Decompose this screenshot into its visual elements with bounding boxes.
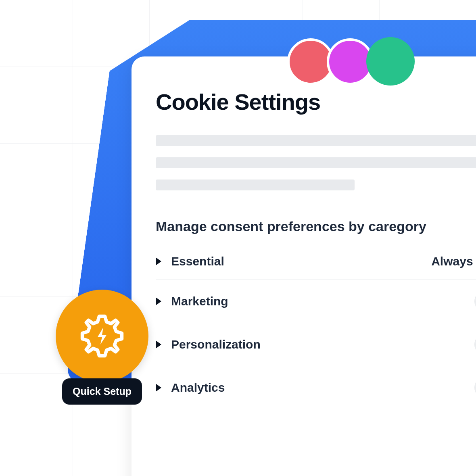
marketing-toggle[interactable]	[474, 291, 476, 311]
category-analytics[interactable]: Analytics	[156, 366, 476, 409]
skeleton-line	[156, 135, 476, 146]
card-title: Cookie Settings	[156, 89, 476, 115]
chevron-right-icon	[156, 297, 161, 305]
category-label: Essential	[171, 255, 224, 268]
category-label: Analytics	[171, 381, 225, 395]
analytics-toggle[interactable]	[474, 378, 476, 398]
category-list: Essential Always active Marketing Person…	[156, 251, 476, 409]
manage-subtitle: Manage consent preferences by caregory	[156, 219, 476, 234]
chevron-right-icon	[156, 340, 161, 349]
always-active-label: Always active	[431, 255, 476, 268]
quick-setup-badge[interactable]: Quick Setup	[56, 290, 148, 405]
skeleton-line	[156, 157, 476, 168]
skeleton-line	[156, 180, 355, 190]
category-essential[interactable]: Essential Always active	[156, 251, 476, 280]
category-marketing[interactable]: Marketing	[156, 280, 476, 323]
chevron-right-icon	[156, 384, 161, 392]
chevron-right-icon	[156, 257, 161, 265]
cookie-settings-card: Cookie Settings Manage consent preferenc…	[132, 56, 476, 476]
category-label: Marketing	[171, 294, 228, 308]
category-personalization[interactable]: Personalization	[156, 323, 476, 366]
gear-bolt-icon	[74, 308, 130, 364]
category-label: Personalization	[171, 338, 261, 351]
circle-green	[366, 37, 415, 86]
quick-setup-label: Quick Setup	[62, 378, 142, 405]
gear-circle	[56, 290, 148, 382]
description-placeholder	[156, 135, 476, 190]
decorative-circles	[287, 38, 415, 86]
personalization-toggle[interactable]	[474, 334, 476, 355]
